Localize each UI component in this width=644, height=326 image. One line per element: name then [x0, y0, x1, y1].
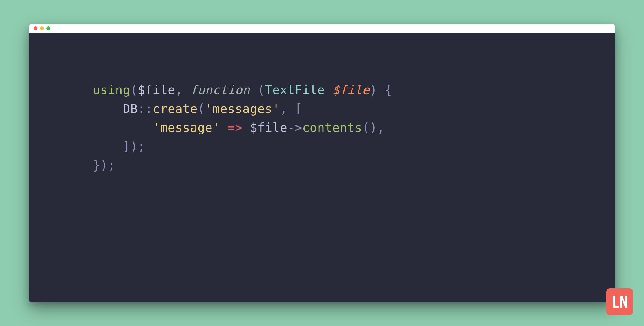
token-type: TextFile	[265, 83, 325, 97]
token-param: $file	[332, 83, 370, 97]
token-variable: $file	[250, 121, 287, 135]
token-indent	[93, 139, 123, 154]
token-indent	[93, 102, 123, 116]
close-icon[interactable]	[34, 26, 37, 30]
token-paren: (	[130, 83, 138, 97]
token-string: 'message'	[153, 121, 220, 135]
token-brace: {	[377, 83, 392, 97]
token-method: contents	[302, 121, 362, 135]
token-paren: )	[370, 83, 377, 97]
code-line-2: DB::create('messages', [	[93, 99, 598, 118]
token-space	[243, 121, 250, 135]
token-paren: (),	[362, 121, 384, 135]
token-space	[250, 83, 258, 97]
token-string: 'messages'	[205, 102, 280, 116]
token-bracket: ]);	[123, 139, 145, 154]
minimize-icon[interactable]	[40, 26, 44, 30]
code-line-3: 'message' => $file->contents(),	[93, 118, 598, 137]
token-comma: ,	[175, 83, 190, 97]
token-brace: });	[93, 158, 115, 172]
code-editor: using($file, function (TextFile $file) {…	[29, 33, 615, 302]
code-line-1: using($file, function (TextFile $file) {	[93, 81, 598, 99]
token-bracket: , [	[280, 102, 302, 116]
token-paren: (	[198, 102, 205, 116]
window-titlebar	[29, 24, 615, 33]
token-space	[220, 121, 227, 135]
token-object-op: ->	[287, 121, 302, 135]
maximize-icon[interactable]	[46, 26, 50, 30]
code-line-5: });	[93, 156, 598, 175]
token-function: using	[93, 83, 130, 97]
token-scope: ::	[138, 102, 153, 116]
token-method: create	[153, 102, 198, 116]
token-keyword: function	[190, 83, 250, 97]
logo-badge	[606, 288, 633, 315]
token-paren: (	[257, 83, 265, 97]
token-class: DB	[123, 102, 138, 116]
token-space	[325, 83, 332, 97]
token-variable: $file	[138, 83, 175, 97]
code-line-4: ]);	[93, 137, 598, 156]
editor-window: using($file, function (TextFile $file) {…	[29, 24, 615, 302]
ln-logo-icon	[611, 293, 629, 311]
token-indent	[93, 121, 153, 135]
token-arrow: =>	[227, 121, 243, 135]
